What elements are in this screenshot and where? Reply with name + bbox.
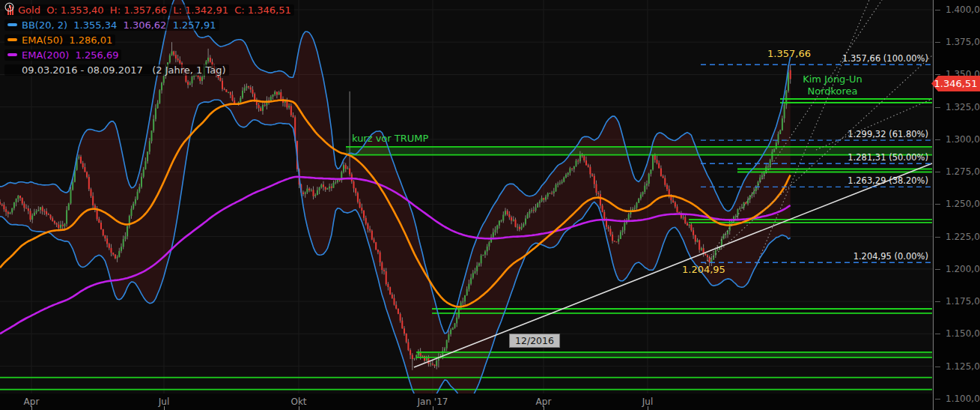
price-tick-label: 1.275,00 [946,166,980,177]
legend-row-daterange: 09.03.2016 - 08.09.2017 (2 Jahre, 1 Tag) [4,62,294,77]
ema50-line-icon [7,38,17,41]
legend-row-instrument[interactable]: Gold O: 1.353,40 H: 1.357,66 L: 1.342,91… [4,2,294,17]
time-tick-label: Apr [24,397,40,407]
price-tick-label: 1.400,00 [946,4,980,15]
price-tick-mark [935,399,940,400]
price-tick-mark [935,139,940,140]
price-tick-mark [935,74,940,75]
time-tick-mark [433,406,433,410]
fib-level-label: 1.263,29 (38.20%) [847,175,928,186]
ema50-value: 1.286,01 [69,34,112,46]
instrument-name: Gold [18,4,40,16]
time-tick-label: Apr [536,397,552,407]
price-tick-label: 1.300,00 [946,134,980,145]
legend-row-ema50[interactable]: EMA(50) 1.286,01 [4,32,294,47]
price-tick-mark [935,237,940,238]
time-tick-label: Jul [159,397,169,407]
time-tick-mark [299,406,299,410]
bb-lower-value: 1.257,91 [173,19,216,31]
bb-label: BB(20, 2) [22,19,67,31]
price-tick-mark [935,10,940,10]
annotation-kim2: Nordkorea [807,85,857,97]
fib-level-label: 1.204,95 (0.00%) [853,251,928,262]
bb-line-icon [7,23,17,26]
price-tick-mark [935,367,940,367]
price-tick-label: 1.175,00 [946,296,980,307]
clock-icon [7,65,17,75]
fib-level-label: 1.281,31 (50.00%) [847,152,928,163]
annotation-trump: kurz vor TRUMP [352,133,428,144]
price-tick-label: 1.150,00 [946,328,980,339]
date-range-text: 09.03.2016 - 08.09.2017 (2 Jahre, 1 Tag) [22,64,226,76]
price-tick-mark [935,204,940,205]
ema200-value: 1.256,69 [76,49,119,61]
price-tick-mark [935,107,940,108]
price-tick-label: 1.250,00 [946,199,980,209]
high-value: H: 1.357,66 [110,4,167,16]
ema50-label: EMA(50) [22,34,63,46]
time-axis[interactable]: AprJulOktJan '17AprJul [0,394,933,410]
fib-level-label: 1.299,32 (61.80%) [847,129,928,139]
time-tick-label: Okt [290,397,306,407]
price-tick-label: 1.125,00 [946,361,980,372]
annotation-kim1: Kim Jong-Un [803,73,862,85]
price-tick-mark [935,334,940,334]
price-axis[interactable]: 1.400,001.375,001.350,001.325,001.300,00… [933,0,980,410]
time-tick-label: Jul [642,397,653,407]
ema200-line-icon [7,53,17,56]
bb-upper-value: 1.355,34 [73,19,117,31]
price-tick-mark [935,42,940,43]
price-tick-mark [935,172,940,172]
annotation-dec2016: 12/2016 [509,334,560,348]
price-tick-label: 1.325,00 [946,102,980,112]
annotation-highval: 1.357,66 [767,48,811,59]
price-tick-label: 1.200,00 [946,264,980,274]
time-tick-mark [31,406,32,410]
trading-chart-window: Gold O: 1.353,40 H: 1.357,66 L: 1.342,91… [0,0,980,410]
annotation-lowval: 1.204,95 [682,264,725,275]
open-value: O: 1.353,40 [46,4,103,16]
low-value: L: 1.342,91 [173,4,228,16]
indicator-legend: Gold O: 1.353,40 H: 1.357,66 L: 1.342,91… [4,2,294,77]
price-tick-mark [935,269,940,270]
fib-level-label: 1.357,66 (100.00%) [842,53,928,64]
price-tick-mark [935,301,940,302]
legend-row-ema200[interactable]: EMA(200) 1.256,69 [4,47,294,62]
time-tick-mark [648,406,648,410]
close-value: C: 1.346,51 [234,4,290,16]
legend-row-bollinger[interactable]: BB(20, 2) 1.355,34 1.306,62 1.257,91 [4,17,294,32]
time-tick-label: Jan '17 [418,397,448,407]
time-tick-mark [164,406,165,410]
price-tick-label: 1.100,00 [946,394,980,404]
ema200-label: EMA(200) [22,49,69,61]
bb-middle-value: 1.306,62 [123,19,166,31]
price-tick-label: 1.225,00 [946,232,980,242]
price-tick-label: 1.375,00 [946,37,980,47]
time-tick-mark [544,406,544,410]
chart-canvas[interactable]: Gold O: 1.353,40 H: 1.357,66 L: 1.342,91… [0,0,933,394]
last-price-badge: 1.346,51 [931,76,980,91]
